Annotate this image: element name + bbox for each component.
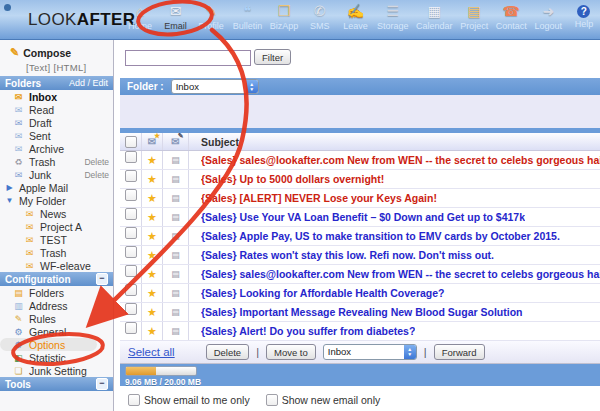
collapsed-arrow-icon[interactable]: ▶ — [5, 183, 14, 192]
table-row[interactable]: ★ ▤ {Sales} Apple Pay, US to make transi… — [120, 227, 600, 246]
junk-delete-link[interactable]: Delete — [84, 170, 113, 180]
star-icon[interactable]: ★ — [147, 154, 157, 167]
row-checkbox[interactable] — [125, 246, 137, 258]
star-icon[interactable]: ★ — [147, 268, 157, 281]
email-subject-link[interactable]: {Sales} Up to 5000 dollars overnight! — [201, 173, 384, 185]
toolbar-item-profile[interactable]: ✎Profile — [197, 3, 225, 31]
email-subject-link[interactable]: {Sales} Apple Pay, US to make transition… — [201, 230, 560, 242]
compose-html-link[interactable]: [HTML] — [53, 62, 86, 73]
delete-button[interactable]: Delete — [206, 344, 249, 360]
sidebar-item-news[interactable]: ✉News — [0, 207, 113, 220]
sidebar-item-wf-eleave[interactable]: ✉WF-eleave — [0, 259, 113, 272]
star-icon[interactable]: ★ — [147, 306, 157, 319]
sidebar-item-project-a[interactable]: ✉Project A — [0, 220, 113, 233]
toolbar-item-contact[interactable]: ☎Contact — [496, 3, 527, 31]
table-row[interactable]: ★ ▤ {Sales} Looking for Affordable Healt… — [120, 284, 600, 303]
star-icon[interactable]: ★ — [147, 230, 157, 243]
collapse-icon[interactable]: − — [96, 273, 108, 285]
table-row[interactable]: ★ ▤ {Sales} sales@lookafter.com New from… — [120, 151, 600, 170]
row-checkbox[interactable] — [125, 170, 137, 182]
table-row[interactable]: ★ ▤ {Sales} Rates won't stay this low. R… — [120, 246, 600, 265]
toolbar-item-home[interactable]: ⌂Home — [126, 3, 154, 31]
row-checkbox[interactable] — [125, 227, 137, 239]
toolbar-item-leave[interactable]: ✍Leave — [341, 3, 369, 31]
filter-button[interactable]: Filter — [254, 49, 291, 65]
sidebar-item-address[interactable]: ▥Address — [0, 299, 113, 312]
table-row[interactable]: ★ ▤ {Sales} Alert! Do you suffer from di… — [120, 322, 600, 341]
move-to-button[interactable]: Move to — [266, 344, 316, 360]
table-row[interactable]: ★ ▤ {Sales} Up to 5000 dollars overnight… — [120, 170, 600, 189]
row-checkbox[interactable] — [125, 322, 137, 334]
sidebar-item-read[interactable]: ✉Read — [0, 103, 113, 116]
folder-select[interactable]: Inbox▲▼ — [171, 79, 259, 94]
table-row[interactable]: ★ ▤ {Sales} sales@lookafter.com New from… — [120, 265, 600, 284]
star-icon[interactable]: ★ — [147, 173, 157, 186]
sidebar-item-trash[interactable]: ♻TrashDelete — [0, 155, 113, 168]
table-row[interactable]: ★ ▤ {Sales} [ALERT] NEVER Lose your Keys… — [120, 189, 600, 208]
star-icon[interactable]: ★ — [147, 211, 157, 224]
forward-button[interactable]: Forward — [434, 344, 485, 360]
email-subject-link[interactable]: {Sales} [ALERT] NEVER Lose your Keys Aga… — [201, 192, 437, 204]
email-subject-link[interactable]: {Sales} Important Message Revealing New … — [201, 306, 523, 318]
compose-button[interactable]: ✎Compose — [10, 46, 113, 59]
sidebar-item-options[interactable]: ⚙Options — [0, 338, 97, 351]
sidebar-item-inbox[interactable]: ✉Inbox — [0, 90, 113, 103]
sidebar-item-general[interactable]: ⚙General — [0, 325, 113, 338]
email-subject-link[interactable]: {Sales} Looking for Affordable Health Co… — [201, 287, 445, 299]
toolbar-item-sms[interactable]: ✆SMS — [306, 3, 334, 31]
sidebar-item-trash-sub[interactable]: ✉Trash — [0, 246, 113, 259]
row-checkbox[interactable] — [125, 208, 137, 220]
row-checkbox[interactable] — [125, 189, 137, 201]
star-icon[interactable]: ★ — [147, 325, 157, 338]
sidebar-item-apple-mail[interactable]: ▶Apple Mail — [0, 181, 113, 194]
email-subject-link[interactable]: {Sales} sales@lookafter.com New from WEN… — [201, 268, 600, 280]
toolbar-item-email[interactable]: ✉Email — [162, 3, 190, 31]
star-icon[interactable]: ★ — [147, 249, 157, 262]
sidebar-item-config-folders[interactable]: ▤Folders — [0, 286, 113, 299]
toolbar-item-storage[interactable]: ☰Storage — [377, 3, 409, 31]
show-new-checkbox[interactable] — [266, 394, 278, 406]
select-all-checkbox[interactable] — [125, 136, 137, 148]
flag-column-icon[interactable]: ✉★ — [148, 136, 156, 147]
show-to-me-option[interactable]: Show email to me only — [128, 394, 250, 406]
toolbar-item-project[interactable]: ▤Project — [460, 3, 488, 31]
sidebar-item-test[interactable]: ✉TEST — [0, 233, 113, 246]
sidebar-item-rules[interactable]: ✎Rules — [0, 312, 113, 325]
toolbar-item-calendar[interactable]: ▦Calendar — [416, 3, 453, 31]
row-checkbox[interactable] — [125, 303, 137, 315]
email-subject-link[interactable]: {Sales} Rates won't stay this low. Refi … — [201, 249, 494, 261]
toolbar-item-help[interactable]: ?Help — [570, 3, 598, 29]
move-to-select[interactable]: Inbox▲▼ — [323, 344, 417, 360]
star-icon[interactable]: ★ — [147, 192, 157, 205]
sidebar-item-junk[interactable]: ✉JunkDelete — [0, 168, 113, 181]
email-subject-link[interactable]: {Sales} sales@lookafter.com New from WEN… — [201, 154, 600, 166]
select-all-link[interactable]: Select all — [128, 346, 175, 358]
toolbar-item-logout[interactable]: ➜Logout — [534, 3, 562, 31]
trash-delete-link[interactable]: Delete — [84, 157, 113, 167]
table-row[interactable]: ★ ▤ {Sales} Use Your VA Loan Benefit – $… — [120, 208, 600, 227]
row-checkbox[interactable] — [125, 265, 137, 277]
sidebar-item-draft[interactable]: ✉Draft — [0, 116, 113, 129]
filter-input[interactable] — [125, 50, 251, 66]
sidebar-item-junk-setting[interactable]: ❏Junk Setting — [0, 364, 113, 377]
row-checkbox[interactable] — [125, 284, 137, 296]
sidebar-item-sent[interactable]: ✉Sent — [0, 129, 113, 142]
show-to-me-checkbox[interactable] — [128, 394, 140, 406]
subject-column-header[interactable]: Subject — [188, 133, 600, 150]
show-new-option[interactable]: Show new email only — [266, 394, 381, 406]
compose-text-link[interactable]: [Text] — [26, 62, 51, 73]
folders-add-edit-link[interactable]: Add / Edit — [69, 78, 108, 88]
email-subject-link[interactable]: {Sales} Use Your VA Loan Benefit – $0 Do… — [201, 211, 525, 223]
row-checkbox[interactable] — [125, 151, 137, 163]
note-column-icon[interactable]: ✉✎ — [171, 136, 179, 147]
expanded-arrow-icon[interactable]: ▼ — [5, 196, 14, 205]
sidebar-item-statistic[interactable]: ◧Statistic — [0, 351, 113, 364]
collapse-icon[interactable]: − — [96, 378, 108, 390]
email-subject-link[interactable]: {Sales} Alert! Do you suffer from diabet… — [201, 325, 415, 337]
toolbar-item-bizapp[interactable]: ❒BizApp — [270, 3, 299, 31]
table-row[interactable]: ★ ▤ {Sales} Important Message Revealing … — [120, 303, 600, 322]
star-icon[interactable]: ★ — [147, 287, 157, 300]
sidebar-item-archive[interactable]: ✉Archive — [0, 142, 113, 155]
sidebar-item-my-folder[interactable]: ▼My Folder — [0, 194, 113, 207]
toolbar-item-bulletin[interactable]: ❝Bulletin — [233, 3, 263, 31]
